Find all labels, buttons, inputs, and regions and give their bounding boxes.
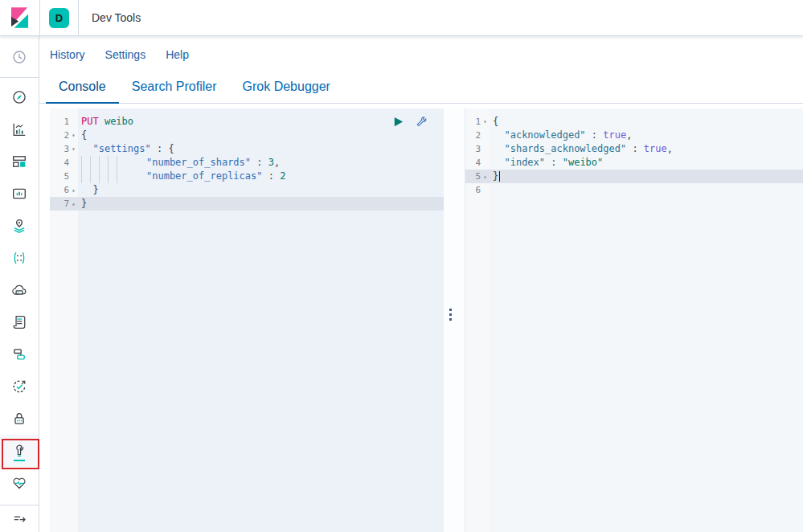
sidebar-item-apm[interactable] (0, 338, 39, 370)
code-token (99, 116, 104, 127)
app-badge-cell: D (40, 0, 79, 35)
gutter-cell: 3 (465, 142, 490, 156)
sidebar-item-collapse[interactable] (12, 505, 27, 532)
heartbeat-icon (12, 476, 27, 490)
fold-toggle-icon[interactable]: ▴ (69, 197, 78, 211)
console-output-code: 1▾{2 "acknowledged" : true,3 "shards_ack… (465, 108, 803, 197)
clock-icon (12, 50, 27, 64)
sidebar-item-infrastructure[interactable] (0, 274, 39, 306)
fold-toggle-icon[interactable]: ▾ (481, 115, 490, 129)
gutter-cell: 7▴ (50, 197, 78, 211)
console-input-code: 1PUT weibo2▾{3▾ "settings" : {4"number_o… (50, 108, 444, 211)
sidebar-item-canvas[interactable] (0, 178, 39, 210)
code-token: weibo (104, 116, 133, 127)
code-token (81, 170, 121, 183)
code-token: , (667, 143, 673, 154)
text-cursor (499, 171, 500, 182)
code-text: { (78, 129, 87, 142)
page-title: Dev Tools (92, 0, 141, 35)
code-line: 6 (465, 183, 803, 197)
code-token: "settings" (92, 143, 150, 154)
menu-item-settings[interactable]: Settings (105, 48, 146, 61)
main-content: HistorySettingsHelp ConsoleSearch Profil… (39, 36, 803, 532)
code-token: "index" (504, 157, 545, 168)
sidebar-item-uptime[interactable] (0, 370, 39, 403)
tab-search-profiler[interactable]: Search Profiler (119, 72, 230, 104)
sidebar-item-maps[interactable] (0, 210, 39, 242)
fold-toggle-icon[interactable]: ▾ (69, 142, 78, 156)
layers-icon (12, 347, 27, 362)
line-number: 4 (64, 156, 69, 170)
tab-console[interactable]: Console (46, 72, 119, 104)
canvas-icon (12, 186, 27, 201)
dashboard-icon (12, 154, 27, 169)
fold-toggle-icon[interactable]: ▾ (69, 129, 78, 142)
sidebar-item-logs[interactable] (0, 306, 39, 338)
console-request-editor[interactable]: 1PUT weibo2▾{3▾ "settings" : {4"number_o… (50, 108, 444, 532)
gutter-cell: 6 (465, 183, 490, 197)
code-line: 5▴} (465, 170, 803, 183)
code-text: } (78, 197, 87, 211)
line-number: 2 (475, 129, 481, 142)
code-token: "acknowledged" (504, 129, 585, 141)
code-line: 4"number_of_shards" : 3, (50, 156, 444, 170)
code-token: } (81, 184, 99, 195)
code-token: : (263, 170, 281, 182)
send-request-button[interactable] (392, 116, 404, 128)
fold-toggle-icon[interactable]: ▴ (481, 170, 490, 183)
code-line: 5"number_of_replicas" : 2 (50, 170, 444, 183)
fold-toggle-icon[interactable]: ▴ (69, 183, 78, 197)
menu-item-history[interactable]: History (50, 48, 85, 61)
code-token (493, 143, 504, 154)
line-number: 1 (475, 115, 481, 129)
compass-icon (12, 90, 27, 104)
console-response-panel[interactable]: 1▾{2 "acknowledged" : true,3 "shards_ack… (465, 108, 803, 532)
tabs: ConsoleSearch ProfilerGrok Debugger (39, 72, 803, 104)
line-number: 4 (475, 156, 481, 170)
code-token: : (251, 157, 268, 168)
code-text: "index" : "weibo" (490, 156, 603, 170)
kibana-logo[interactable] (0, 0, 40, 35)
line-number: 6 (64, 183, 69, 197)
bar-chart-icon (12, 122, 27, 137)
line-number: 7 (64, 197, 69, 211)
code-text: "acknowledged" : true, (490, 129, 632, 142)
sidebar-item-siem[interactable] (0, 403, 39, 435)
panel-resizer[interactable] (444, 108, 465, 532)
code-text: PUT weibo (78, 115, 133, 129)
code-line: 3▾ "settings" : { (50, 142, 444, 156)
code-token: true (644, 143, 667, 154)
menu-item-help[interactable]: Help (166, 48, 189, 61)
code-token: PUT (81, 116, 99, 127)
sidebar-item-recently-viewed[interactable] (12, 41, 27, 73)
code-text: "number_of_replicas" : 2 (78, 170, 285, 183)
scroll-icon (12, 315, 27, 329)
sidebar-item-machine-learning[interactable] (0, 242, 39, 274)
request-actions (392, 116, 427, 128)
code-token: : { (151, 143, 174, 154)
sidebar-item-dev-tools[interactable] (0, 435, 39, 467)
code-line: 2 "acknowledged" : true, (465, 129, 803, 142)
code-token (493, 129, 504, 141)
gutter-cell: 5▴ (465, 170, 490, 183)
request-options-button[interactable] (415, 116, 427, 128)
cloud-icon (12, 283, 27, 297)
sidebar-item-discover[interactable] (0, 81, 39, 113)
line-number: 3 (475, 142, 481, 156)
resize-handle-icon[interactable] (449, 309, 452, 321)
gutter-cell: 2 (465, 129, 490, 142)
code-text: "shards_acknowledged" : true, (490, 142, 673, 156)
gutter-cell: 2▾ (50, 129, 78, 142)
sidebar-item-visualize[interactable] (0, 113, 39, 145)
code-token: } (493, 170, 498, 182)
gutter-cell: 4 (465, 156, 490, 170)
code-line: 1PUT weibo (50, 115, 444, 129)
code-line: 4 "index" : "weibo" (465, 156, 803, 170)
line-number: 6 (475, 183, 481, 197)
sidebar-item-dashboard[interactable] (0, 145, 39, 178)
sidebar-item-monitoring[interactable] (0, 467, 39, 499)
code-token: { (493, 116, 498, 127)
tab-grok-debugger[interactable]: Grok Debugger (230, 72, 343, 104)
code-token: , (274, 157, 280, 168)
code-token: "number_of_shards" (146, 157, 251, 168)
